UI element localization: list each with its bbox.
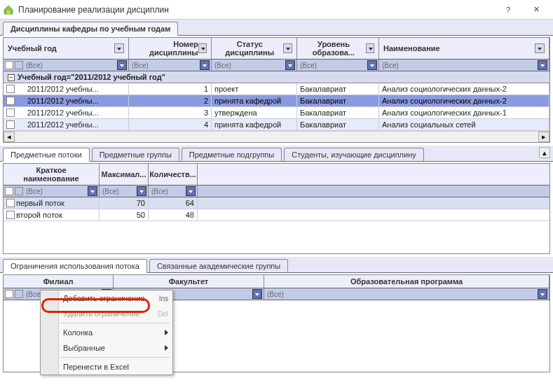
filter-program[interactable]: (Все) [264, 288, 549, 300]
filter-dropdown-icon[interactable] [252, 289, 262, 299]
filter-dropdown-icon[interactable] [538, 60, 547, 70]
filter-dropdown-icon[interactable] [186, 186, 196, 196]
scroll-right-icon[interactable]: ▸ [538, 132, 549, 142]
scroll-up-icon[interactable]: ▴ [539, 147, 550, 158]
menu-separator [60, 357, 170, 358]
titlebar: Планирование реализации дисциплин ? ✕ [0, 0, 553, 20]
app-icon [3, 4, 14, 15]
tab-groups[interactable]: Предметные группы [92, 148, 179, 161]
filter-dropdown-icon[interactable] [285, 60, 295, 70]
col-count[interactable]: Количеств... [149, 164, 198, 185]
col-max[interactable]: Максимал... [100, 164, 149, 185]
checkbox-icon[interactable] [5, 187, 13, 195]
scroll-left-icon[interactable]: ◂ [4, 132, 15, 142]
filter-mode-icon[interactable] [15, 290, 23, 298]
menu-column[interactable]: Колонка [41, 325, 172, 340]
checkbox-icon[interactable] [5, 290, 13, 298]
svg-rect-1 [7, 10, 10, 14]
filter-count[interactable]: (Все) [149, 186, 198, 197]
filter-max[interactable]: (Все) [100, 186, 149, 197]
filter-level[interactable]: (Все) [297, 59, 379, 71]
context-menu: Добавить ограничениеIns Удалить ограниче… [40, 290, 173, 375]
menu-selected[interactable]: Выбранные [41, 340, 172, 356]
main-tab-bar: Дисциплины кафедры по учебным годам [0, 20, 553, 36]
col-branch[interactable]: Филиал [4, 275, 114, 288]
row-checkbox[interactable] [6, 85, 15, 93]
filter-number[interactable]: (Все) [129, 59, 212, 71]
menu-export-excel[interactable]: Перенести в Excel [41, 359, 172, 374]
dropdown-icon[interactable] [283, 43, 292, 53]
collapse-icon[interactable]: − [8, 74, 15, 81]
grid-body: 2011/2012 учебны... 1 проект Бакалавриат… [4, 83, 549, 131]
row-checkbox[interactable] [6, 199, 15, 207]
table-row[interactable]: второй поток 50 48 [4, 209, 549, 221]
dropdown-icon[interactable] [114, 43, 124, 53]
col-status[interactable]: Статус дисциплины [212, 38, 297, 59]
table-row[interactable]: первый поток 70 64 [4, 197, 549, 209]
grid-filter-row: (Все) (Все) (Все) (Все) (Все) [4, 59, 549, 71]
filter-mode-icon[interactable] [15, 187, 23, 195]
col-shortname[interactable]: Краткое наименование [4, 164, 100, 185]
row-checkbox[interactable] [6, 211, 15, 219]
tab-linked-groups[interactable]: Связанные академические группы [149, 259, 288, 272]
dropdown-icon[interactable] [366, 43, 374, 53]
group-row[interactable]: −Учебный год="2011/2012 учебный год" [4, 71, 549, 83]
filter-name[interactable]: (Все) [379, 59, 549, 71]
grid-header: Учебный год Номер дисциплины Статус дисц… [4, 38, 549, 59]
col-name[interactable]: Наименование [379, 38, 549, 59]
col-level[interactable]: Уровень образова... [297, 38, 379, 59]
tab-constraints[interactable]: Ограничения использования потока [3, 259, 147, 273]
table-row[interactable]: 2011/2012 учебны... 1 проект Бакалавриат… [4, 83, 549, 95]
streams-tab-bar: Предметные потоки Предметные группы Пред… [0, 146, 553, 162]
table-row[interactable]: 2011/2012 учебны... 2 принята кафедрой Б… [4, 95, 549, 107]
filter-dropdown-icon[interactable] [538, 289, 547, 299]
tab-subgroups[interactable]: Предметные подгруппы [182, 148, 282, 161]
filter-year[interactable]: (Все) [4, 59, 129, 71]
filter-dropdown-icon[interactable] [200, 60, 210, 70]
filter-dropdown-icon[interactable] [88, 186, 97, 196]
tab-streams[interactable]: Предметные потоки [3, 148, 90, 162]
col-year[interactable]: Учебный год [4, 38, 129, 59]
horizontal-scrollbar[interactable]: ◂ ▸ [4, 131, 549, 142]
submenu-arrow-icon [165, 344, 168, 352]
row-checkbox[interactable] [6, 120, 15, 129]
tab-students[interactable]: Студенты, изучающие дисциплину [284, 148, 424, 161]
table-row[interactable]: 2011/2012 учебны... 4 принята кафедрой Б… [4, 119, 549, 131]
filter-dropdown-icon[interactable] [117, 60, 127, 70]
menu-separator [60, 323, 170, 323]
constraints-tab-bar: Ограничения использования потока Связанн… [0, 257, 553, 273]
row-checkbox[interactable] [6, 97, 15, 105]
menu-add-constraint[interactable]: Добавить ограничениеIns [41, 290, 172, 306]
help-button[interactable]: ? [494, 0, 522, 20]
table-row[interactable]: 2011/2012 учебны... 3 утверждена Бакалав… [4, 107, 549, 119]
close-button[interactable]: ✕ [522, 0, 550, 20]
filter-shortname[interactable]: (Все) [4, 186, 100, 197]
filter-status[interactable]: (Все) [212, 59, 297, 71]
menu-remove-constraint: Удалить ограничениеDel [41, 306, 172, 321]
disciplines-grid: Учебный год Номер дисциплины Статус дисц… [3, 37, 550, 143]
filter-mode-icon[interactable] [15, 61, 23, 69]
col-number[interactable]: Номер дисциплины [129, 38, 212, 59]
filter-dropdown-icon[interactable] [367, 60, 377, 70]
tab-disciplines[interactable]: Дисциплины кафедры по учебным годам [3, 22, 178, 36]
dropdown-icon[interactable] [198, 43, 207, 53]
filter-dropdown-icon[interactable] [137, 186, 146, 196]
col-faculty[interactable]: Факультет [114, 275, 264, 288]
window-title: Планирование реализации дисциплин [18, 5, 494, 15]
streams-grid: Краткое наименование Максимал... Количес… [3, 163, 550, 254]
col-program[interactable]: Образовательная программа [264, 275, 549, 288]
checkbox-icon[interactable] [5, 61, 13, 69]
row-checkbox[interactable] [6, 108, 15, 117]
dropdown-icon[interactable] [535, 43, 545, 53]
submenu-arrow-icon [165, 328, 168, 337]
